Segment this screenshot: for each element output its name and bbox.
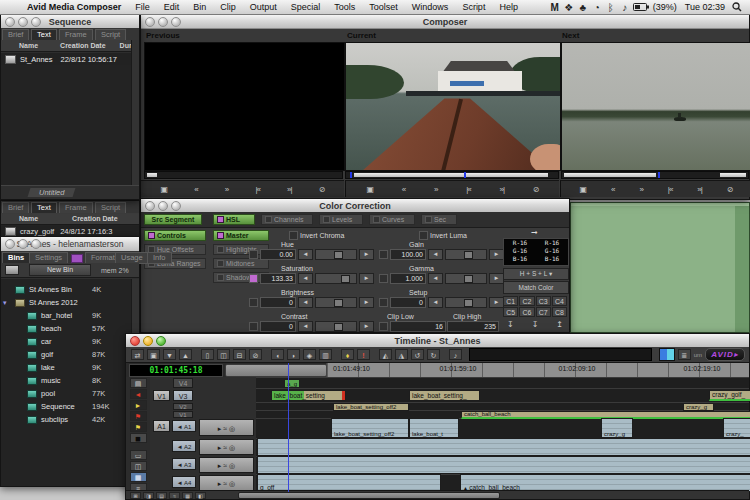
track-v2-record[interactable]: V2 bbox=[173, 403, 193, 410]
correction-c6-button[interactable]: C6 bbox=[519, 307, 534, 317]
sequence-titlebar[interactable]: Sequence bbox=[1, 15, 139, 29]
bottom-tool-6-icon[interactable]: ◧ bbox=[195, 492, 206, 499]
disclosure-triangle-icon[interactable]: ▾ bbox=[3, 299, 11, 307]
correction-c3-button[interactable]: C3 bbox=[536, 296, 551, 306]
menu-edit[interactable]: Edit bbox=[157, 2, 187, 12]
volume-icon[interactable]: ♪ bbox=[618, 2, 632, 13]
match-color-button[interactable]: Match Color bbox=[503, 281, 569, 294]
project-titlebar[interactable]: St Annes - helenamasterson bbox=[1, 237, 139, 252]
clip-high-field[interactable]: 235 bbox=[447, 321, 499, 332]
tab-curves[interactable]: Curves bbox=[369, 214, 415, 225]
bottom-tool-2-icon[interactable]: ◨ bbox=[143, 492, 154, 499]
render-icon[interactable]: ⊘ bbox=[249, 349, 262, 360]
composer-titlebar[interactable]: Composer bbox=[141, 15, 749, 29]
track-v1-record[interactable]: V1 bbox=[173, 411, 193, 418]
stop-button[interactable]: ⊘ bbox=[319, 185, 325, 194]
go-previous-event-button[interactable]: |« bbox=[668, 185, 673, 194]
segment-splice-icon[interactable]: ► bbox=[130, 400, 147, 410]
track-list-icon[interactable]: ≣ bbox=[678, 349, 691, 360]
clip-view-icon[interactable]: ▭ bbox=[130, 450, 147, 460]
go-next-event-button[interactable]: »| bbox=[500, 185, 505, 194]
correction-c2-button[interactable]: C2 bbox=[519, 296, 534, 306]
go-previous-event-button[interactable]: |« bbox=[255, 185, 260, 194]
col-creation-date[interactable]: Creation Date bbox=[72, 215, 118, 222]
video-quality-icon[interactable] bbox=[659, 348, 675, 361]
bin-item[interactable]: ▾ St Annes 2012 bbox=[1, 296, 128, 309]
bluetooth-icon[interactable]: ᛒ bbox=[604, 2, 618, 13]
bin-item[interactable]: lake9K bbox=[1, 361, 128, 374]
bin-item[interactable]: Sequence194K bbox=[1, 400, 128, 413]
timeline-clip[interactable]: crazy_g bbox=[683, 403, 714, 411]
hard-drive-icon[interactable] bbox=[5, 265, 19, 275]
sequence-vscrollbar[interactable] bbox=[131, 40, 139, 187]
next-monitor[interactable] bbox=[561, 42, 750, 171]
contrast-slider[interactable]: 0 ◄► bbox=[249, 321, 374, 332]
current-position-bar[interactable] bbox=[345, 171, 559, 179]
correction-c5-button[interactable]: C5 bbox=[503, 307, 518, 317]
audio-tool-a2[interactable]: ▸ ≈ ◎ bbox=[199, 439, 254, 455]
play-reverse-icon[interactable]: ◖ bbox=[271, 349, 284, 360]
track-a4-record[interactable]: ◄ A4 bbox=[172, 476, 196, 488]
trim-mode-icon[interactable]: ⊟ bbox=[233, 349, 246, 360]
invert-chroma-checkbox[interactable]: Invert Chroma bbox=[289, 230, 344, 241]
timeline-clip[interactable]: a_g bbox=[284, 379, 300, 388]
correction-c7-button[interactable]: C7 bbox=[536, 307, 551, 317]
video-monitor-icon[interactable]: ▯ bbox=[201, 349, 214, 360]
bin-item[interactable]: golf87K bbox=[1, 348, 128, 361]
col-duration[interactable]: Dur bbox=[120, 42, 132, 49]
timeline-hscrollbar[interactable] bbox=[238, 492, 500, 499]
timeline-clip[interactable] bbox=[257, 456, 750, 474]
window-controls[interactable] bbox=[126, 336, 166, 346]
timeline-ruler[interactable]: 01:01:49:10 01:01:59:10 01:02:09:10 01:0… bbox=[326, 363, 749, 377]
audio-tool-a3[interactable]: ▸ ≈ ◎ bbox=[199, 457, 254, 473]
track-a2-record[interactable]: ◄ A2 bbox=[172, 440, 196, 452]
bottom-tool-3-icon[interactable]: ▤ bbox=[156, 492, 167, 499]
timeline-clip[interactable]: lake_boat_t bbox=[409, 418, 459, 438]
timeline-clip[interactable]: lake_boat_setting_off2 bbox=[331, 418, 409, 438]
green-bin-window[interactable] bbox=[570, 202, 750, 333]
track-a1-source[interactable]: A1 bbox=[153, 420, 170, 432]
hsl-mode-dropdown[interactable]: H + S + L ▾ bbox=[503, 268, 569, 280]
bin-item[interactable]: music8K bbox=[1, 374, 128, 387]
bin-item[interactable]: beach57K bbox=[1, 322, 128, 335]
eyedropper-gray-icon[interactable]: ↧ bbox=[532, 320, 539, 329]
splice-icon[interactable]: ▥ bbox=[319, 349, 332, 360]
bin-item[interactable]: pool77K bbox=[1, 387, 128, 400]
fast-forward-button[interactable]: » bbox=[225, 185, 228, 194]
timeline-scroll-thumb[interactable] bbox=[225, 364, 327, 377]
menu-special[interactable]: Special bbox=[284, 2, 328, 12]
clip-low-field[interactable]: 16 bbox=[379, 321, 446, 332]
rewind-button[interactable]: « bbox=[194, 185, 197, 194]
tab-levels[interactable]: Levels bbox=[319, 214, 363, 225]
menu-file[interactable]: File bbox=[128, 2, 157, 12]
timeline-clip[interactable]: crazy_ bbox=[723, 418, 750, 438]
timeline-clip[interactable]: lake_boat_setting_ bbox=[409, 390, 480, 401]
brightness-slider[interactable]: 0 ◄► bbox=[249, 297, 374, 308]
bottom-tool-1-icon[interactable]: ⊞ bbox=[130, 492, 141, 499]
go-previous-event-button[interactable]: |« bbox=[466, 185, 471, 194]
effect-mode-icon[interactable]: ◫ bbox=[217, 349, 230, 360]
track-v3-record[interactable]: V3 bbox=[173, 390, 193, 401]
capture-icon[interactable]: ♦ bbox=[341, 349, 354, 360]
window-controls[interactable] bbox=[1, 17, 41, 27]
speaker-icon[interactable]: ♪ bbox=[449, 349, 462, 360]
new-bin-button[interactable]: New Bin bbox=[29, 264, 91, 276]
app-menu[interactable]: Avid Media Composer bbox=[20, 2, 128, 12]
previous-position-bar[interactable] bbox=[144, 171, 343, 179]
correction-c8-button[interactable]: C8 bbox=[552, 307, 567, 317]
menu-bin[interactable]: Bin bbox=[186, 2, 213, 12]
timeline-clip[interactable]: lake_boat_setting bbox=[271, 390, 346, 401]
locator-yellow-icon[interactable]: ⚑ bbox=[130, 422, 147, 432]
previous-monitor[interactable] bbox=[144, 42, 345, 171]
spotlight-icon[interactable] bbox=[730, 2, 744, 12]
timeline-view-icon[interactable]: ▦ bbox=[130, 472, 147, 482]
toggle-source-record-icon[interactable]: ⇄ bbox=[131, 349, 144, 360]
effect-palette-icon[interactable] bbox=[71, 254, 83, 263]
timeline-clip[interactable] bbox=[257, 438, 750, 456]
track-v1-source[interactable]: V1 bbox=[153, 390, 170, 401]
keyframe-left-icon[interactable]: ◭ bbox=[379, 349, 392, 360]
menu-clock[interactable]: Tue 02:39 bbox=[680, 2, 730, 12]
current-monitor[interactable] bbox=[345, 42, 561, 171]
sequence-row[interactable]: St_Annes 22/8/12 10:56:17 bbox=[1, 53, 139, 65]
tab-info[interactable]: Info bbox=[147, 252, 172, 264]
